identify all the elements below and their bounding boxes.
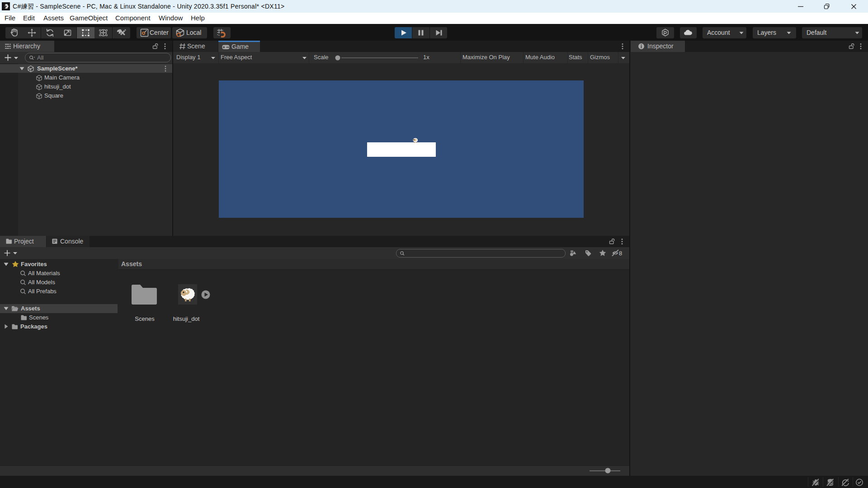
- svg-text:8: 8: [619, 250, 622, 257]
